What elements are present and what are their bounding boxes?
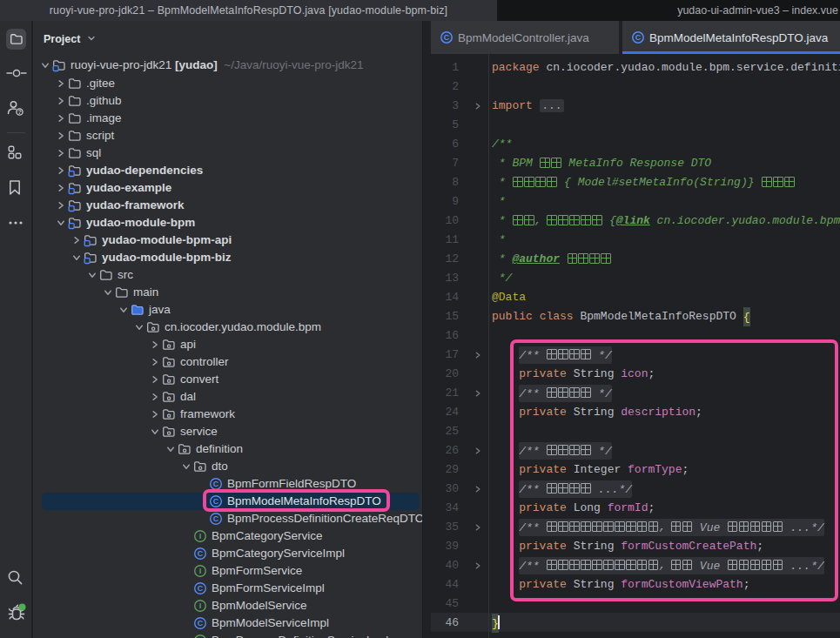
svg-text:I: I: [199, 532, 202, 541]
svg-text:I: I: [199, 567, 202, 575]
svg-text:I: I: [199, 601, 202, 610]
svg-text:C: C: [198, 549, 204, 558]
svg-text:C: C: [635, 33, 642, 42]
svg-text:C: C: [444, 33, 450, 42]
svg-text:?: ?: [17, 108, 22, 116]
svg-text:C: C: [198, 619, 204, 628]
svg-text:C: C: [198, 584, 204, 593]
svg-text:C: C: [213, 514, 219, 523]
svg-text:C: C: [213, 480, 219, 488]
